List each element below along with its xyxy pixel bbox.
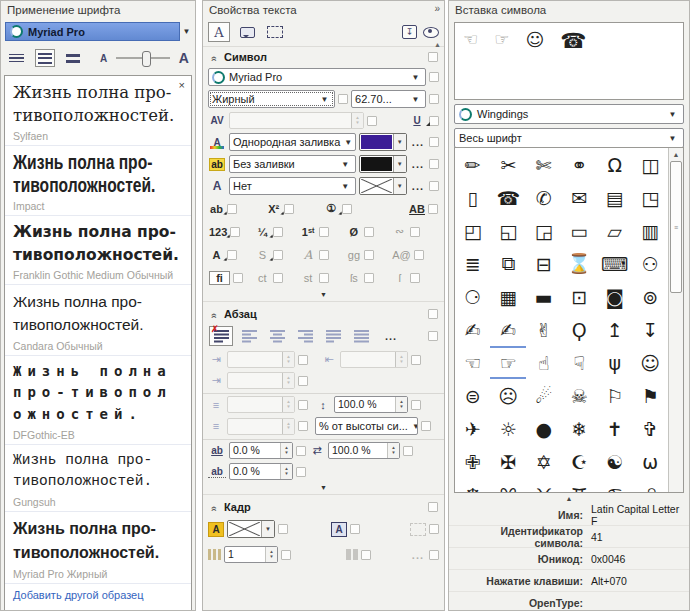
outline-type-combo[interactable]: Нет <box>229 177 356 195</box>
glyph-cell[interactable]: ☼ <box>490 412 525 445</box>
char-spacing-spinner[interactable]: 0.0 %▲▼ <box>229 442 293 459</box>
glyph-cell[interactable]: ✡ <box>526 445 561 478</box>
glyph-cell[interactable]: ✠ <box>490 445 525 478</box>
glyph-cell[interactable]: ⌛ <box>561 247 596 280</box>
contextual-ligature-checkbox[interactable] <box>364 273 374 283</box>
recent-glyph[interactable]: ☎ <box>560 29 586 53</box>
glyph-cell[interactable]: ⚆ <box>455 280 490 313</box>
align-force-justify-button[interactable] <box>349 326 373 346</box>
font-sample-item[interactable]: Жизнь полна про-тивоположностей.Candara … <box>5 285 191 356</box>
first-line-indent-checkbox[interactable] <box>298 376 308 386</box>
char-style-checkbox[interactable] <box>338 94 348 104</box>
alignment-checkbox[interactable] <box>428 331 438 341</box>
panel-collapse-icon[interactable] <box>434 3 440 14</box>
glyph-cell[interactable]: ✈ <box>455 412 490 445</box>
stylistic-set-checkbox[interactable] <box>273 250 283 260</box>
kerning-checkbox[interactable] <box>367 116 377 126</box>
glyph-cell[interactable]: ⌨ <box>597 247 632 280</box>
historical-forms-checkbox[interactable] <box>410 273 420 283</box>
contextual-alt-button[interactable]: A <box>301 248 316 262</box>
glyph-cell[interactable]: ☞ <box>490 346 525 379</box>
frame-alignment-icon[interactable]: A <box>331 522 347 537</box>
outline-color-swatch[interactable] <box>359 177 407 195</box>
char-font-combo[interactable]: Myriad Pro <box>208 68 426 86</box>
fill-settings-button[interactable]: ... <box>410 136 426 148</box>
fill-checkbox[interactable] <box>429 137 439 147</box>
frame-settings-checkbox[interactable] <box>429 550 439 560</box>
glyph-cell[interactable]: ◰ <box>455 214 490 247</box>
glyph-cell[interactable]: ⊜ <box>455 379 490 412</box>
background-settings-button[interactable]: ... <box>410 158 426 170</box>
caps-feature-button[interactable]: ab <box>209 203 224 215</box>
left-indent-spinner[interactable]: ▲▼ <box>227 351 295 368</box>
language-spacing-checkbox[interactable] <box>296 467 306 477</box>
chevron-down-icon[interactable] <box>393 178 406 194</box>
stylistic-alt-button[interactable]: A <box>209 249 224 261</box>
view-single-line-button[interactable] <box>7 49 26 67</box>
caps-checkbox[interactable] <box>227 204 237 214</box>
glyph-cell[interactable]: ☪ <box>561 445 596 478</box>
glyph-cell[interactable]: ▥ <box>632 214 667 247</box>
contextual-ligature-button[interactable]: ſs <box>346 272 361 284</box>
glyph-cell[interactable]: ↧ <box>632 313 667 346</box>
section-collapse-icon[interactable] <box>208 503 219 511</box>
glyph-cell[interactable]: ♊ <box>561 478 596 492</box>
glyph-cell[interactable]: ✙ <box>455 445 490 478</box>
glyph-cell[interactable]: ≣ <box>455 247 490 280</box>
spacing-before-spinner[interactable]: ▲▼ <box>227 396 295 413</box>
enclosed-feature-button[interactable]: ① <box>324 202 339 215</box>
glyph-cell[interactable]: ◳ <box>632 181 667 214</box>
fraction-checkbox[interactable] <box>273 227 283 237</box>
glyph-scrollbar[interactable] <box>668 148 683 492</box>
slashed-zero-checkbox[interactable] <box>364 227 374 237</box>
glyph-cell[interactable]: ☜ <box>455 346 490 379</box>
frame-section-checkbox[interactable] <box>428 502 438 512</box>
zoom-out-icon[interactable]: A <box>100 53 107 64</box>
outline-settings-button[interactable]: ... <box>410 180 426 192</box>
background-type-combo[interactable]: Без заливки <box>229 155 356 173</box>
first-line-indent-spinner[interactable]: ▲▼ <box>227 372 295 389</box>
figure-style-checkbox[interactable] <box>230 227 240 237</box>
stylistic-alt-checkbox[interactable] <box>227 250 237 260</box>
capital-spacing-checkbox[interactable] <box>428 204 438 214</box>
right-indent-checkbox[interactable] <box>411 355 421 365</box>
glyph-cell[interactable]: ◲ <box>526 214 561 247</box>
annotation-button[interactable]: A@ <box>392 249 411 261</box>
char-size-combo[interactable]: 62.70... <box>351 90 426 108</box>
slashed-zero-button[interactable]: Ø <box>346 226 361 238</box>
frame-edit-checkbox[interactable] <box>429 524 439 534</box>
align-none-button[interactable] <box>209 326 233 346</box>
glyph-cell[interactable]: ♌ <box>632 478 667 492</box>
font-sample-item[interactable]: Жизнь полна про-тивоположностей.Myriad P… <box>5 512 191 584</box>
eyedropper-preview-icon[interactable] <box>423 27 439 38</box>
glyph-cell[interactable]: ☸ <box>455 478 490 492</box>
stylistic-set-button[interactable]: S <box>255 249 270 261</box>
recent-glyph[interactable]: ☺ <box>526 29 545 50</box>
fill-type-combo[interactable]: Однородная заливка <box>229 133 356 151</box>
glyph-cell[interactable]: ▤ <box>597 181 632 214</box>
underline-checkbox[interactable] <box>429 116 439 126</box>
line-spacing-checkbox[interactable] <box>411 400 421 410</box>
section-collapse-icon[interactable] <box>208 53 219 61</box>
columns-checkbox[interactable] <box>281 550 291 560</box>
glyph-cell[interactable]: ⊚ <box>632 280 667 313</box>
glyph-cell[interactable]: ♈ <box>490 478 525 492</box>
glyph-cell[interactable]: Ω <box>597 148 632 181</box>
annotation-checkbox[interactable] <box>414 250 424 260</box>
glyph-cell[interactable]: ◱ <box>490 214 525 247</box>
align-center-button[interactable] <box>265 326 289 346</box>
import-properties-icon[interactable] <box>402 25 417 39</box>
background-checkbox[interactable] <box>429 159 439 169</box>
symbol-font-combo[interactable]: Wingdings <box>454 104 684 124</box>
char-spacing-checkbox[interactable] <box>296 446 306 456</box>
spacing-after-spinner[interactable]: ▲▼ <box>227 418 295 435</box>
glyph-cell[interactable]: ✝ <box>597 412 632 445</box>
font-sample-item[interactable]: Жизнь полна про-тивоположностей.Franklin… <box>5 216 191 285</box>
tab-character[interactable]: A <box>208 22 230 42</box>
chevron-down-icon[interactable] <box>393 134 406 150</box>
line-spacing-spinner[interactable]: 100.0 %▲▼ <box>334 396 408 413</box>
glyph-cell[interactable]: ◫ <box>632 148 667 181</box>
glyph-cell[interactable]: ↥ <box>597 313 632 346</box>
glyph-cell[interactable]: ☝ <box>526 346 561 379</box>
glyph-cell[interactable]: ☹ <box>490 379 525 412</box>
